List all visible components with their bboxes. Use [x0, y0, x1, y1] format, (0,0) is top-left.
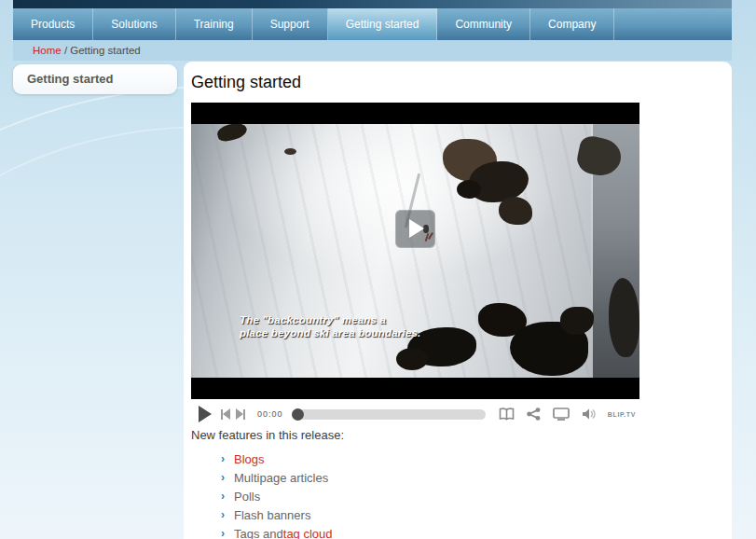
- feature-label: Multipage articles: [234, 471, 328, 485]
- page-title: Getting started: [191, 73, 301, 92]
- book-icon[interactable]: [499, 408, 515, 421]
- screen-icon[interactable]: [553, 408, 570, 421]
- page: { "nav": { "tabs": [ {"label": "Products…: [0, 0, 756, 539]
- header-banner-strip: [13, 0, 732, 8]
- tab-training[interactable]: Training: [176, 8, 253, 40]
- tab-community[interactable]: Community: [437, 8, 530, 40]
- tab-support[interactable]: Support: [253, 8, 328, 40]
- blogs-link[interactable]: Blogs: [234, 452, 265, 466]
- tab-solutions[interactable]: Solutions: [93, 8, 175, 40]
- tag-cloud-link[interactable]: tag cloud: [283, 527, 333, 539]
- feature-label: Flash banners: [234, 508, 310, 522]
- rock: [499, 197, 532, 225]
- video-frame: The "backcountry" means a place beyond s…: [191, 124, 639, 378]
- volume-icon[interactable]: [582, 408, 597, 421]
- main-navigation: Products Solutions Training Support Gett…: [13, 8, 732, 40]
- progress-handle[interactable]: [292, 408, 304, 421]
- play-overlay-button[interactable]: [395, 210, 435, 248]
- bullet-arrow-icon: ›: [221, 508, 225, 521]
- list-item: › Tags and tag cloud: [221, 524, 333, 539]
- tab-getting-started[interactable]: Getting started: [328, 8, 438, 40]
- list-item: › Multipage articles: [221, 468, 333, 487]
- bullet-arrow-icon: ›: [221, 471, 225, 484]
- video-player[interactable]: The "backcountry" means a place beyond s…: [191, 103, 639, 399]
- bullet-arrow-icon: ›: [221, 452, 225, 465]
- rock: [396, 348, 428, 370]
- main-content-panel: Getting started The "backcountry" means …: [184, 62, 732, 539]
- breadcrumb-separator: /: [62, 45, 71, 56]
- time-display: 00:00: [257, 409, 283, 419]
- share-icon[interactable]: [527, 408, 541, 421]
- feature-label: Tags and: [234, 527, 283, 539]
- list-item: › Polls: [221, 487, 333, 505]
- sidebar-item-getting-started[interactable]: Getting started: [13, 64, 177, 94]
- bullet-arrow-icon: ›: [221, 490, 225, 503]
- play-icon: [409, 219, 424, 238]
- tab-company[interactable]: Company: [530, 8, 614, 40]
- rock: [284, 148, 296, 155]
- player-icon-group: BLIP.TV: [487, 408, 636, 421]
- list-item: › Flash banners: [221, 505, 333, 524]
- tab-products[interactable]: Products: [13, 8, 93, 40]
- feature-list: › Blogs › Multipage articles › Polls › F…: [221, 449, 333, 539]
- breadcrumb-current: Getting started: [70, 45, 140, 56]
- breadcrumb: Home / Getting started: [13, 40, 732, 61]
- skip-back-button[interactable]: [221, 408, 230, 420]
- play-button[interactable]: [199, 406, 212, 422]
- rock: [457, 180, 481, 199]
- breadcrumb-home-link[interactable]: Home: [33, 45, 62, 56]
- bullet-arrow-icon: ›: [221, 527, 225, 539]
- skip-forward-button[interactable]: [236, 408, 245, 420]
- intro-text: New features in this release:: [191, 428, 344, 442]
- progress-bar[interactable]: [292, 409, 486, 420]
- feature-label: Polls: [234, 490, 260, 504]
- video-subtitle: The "backcountry" means a place beyond s…: [240, 313, 421, 339]
- list-item: › Blogs: [221, 449, 333, 468]
- video-controls: 00:00: [191, 404, 639, 424]
- bliptv-logo: BLIP.TV: [608, 411, 636, 418]
